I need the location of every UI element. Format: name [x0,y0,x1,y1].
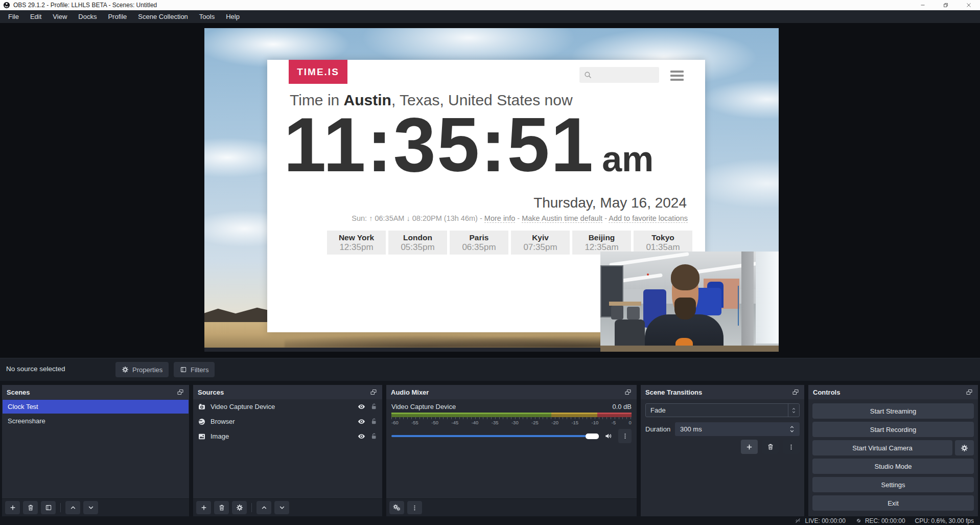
eye-icon [357,432,366,440]
scene-item-clock-test[interactable]: Clock Test [3,400,189,414]
cpu-fps-stats: CPU: 0.6%, 30.00 fps [915,517,974,524]
combo-arrows-icon [788,404,799,417]
source-row-image[interactable]: Image [193,429,382,444]
webcam-table [609,302,641,306]
audio-channel-name: Video Capture Device [391,403,456,410]
audio-mixer-header[interactable]: Audio Mixer [386,385,637,399]
mute-toggle[interactable] [604,432,613,440]
menu-view[interactable]: View [47,13,73,20]
timeis-logo: TIME.IS [289,60,347,84]
lock-toggle[interactable] [370,403,378,410]
move-scene-down-button[interactable] [83,501,98,514]
minimize-button[interactable] [911,0,934,10]
source-row-browser[interactable]: Browser [193,414,382,429]
live-time: LIVE: 00:00:00 [805,517,845,524]
webcam-desk-edge [600,346,779,352]
source-toolbar: No source selected Properties Filters [0,358,980,381]
scenes-toolbar [2,498,189,516]
close-icon [966,2,972,8]
menu-tools[interactable]: Tools [194,13,220,20]
sources-panel-header[interactable]: Sources [193,385,382,399]
source-row-video-capture[interactable]: Video Capture Device [193,399,382,414]
move-source-up-button[interactable] [256,501,271,514]
move-scene-up-button[interactable] [65,501,80,514]
timeis-search-box [579,67,659,83]
exit-button[interactable]: Exit [812,495,974,511]
filter-icon [45,504,52,511]
add-favorite-link: Add to favorite locations [609,214,688,223]
start-streaming-button[interactable]: Start Streaming [812,403,974,419]
menu-docks[interactable]: Docks [73,13,102,20]
dock-row: Scenes Clock Test Screenshare Sources [0,381,980,516]
gear-icon [961,444,968,452]
city-beijing: Beijing12:35am [572,231,631,255]
duration-label: Duration [645,425,675,433]
source-properties-button[interactable] [232,501,247,514]
scene-item-screenshare[interactable]: Screenshare [3,414,189,428]
filters-button[interactable]: Filters [174,362,215,377]
lock-icon [370,418,378,425]
start-virtual-camera-button[interactable]: Start Virtual Camera [812,440,952,455]
trash-icon [218,504,225,511]
chevron-down-icon [278,504,286,511]
controls-header[interactable]: Controls [808,385,978,399]
channel-options-button[interactable] [618,429,632,443]
lock-toggle[interactable] [370,432,378,440]
visibility-toggle[interactable] [357,403,366,410]
source-status-text: No source selected [6,365,65,373]
duration-spinbox[interactable]: 300 ms [675,422,800,436]
settings-button[interactable]: Settings [812,477,974,492]
studio-mode-button[interactable]: Studio Mode [812,459,974,474]
add-scene-button[interactable] [5,501,20,514]
remove-transition-button[interactable] [762,440,779,454]
preview-canvas[interactable]: TIME.IS Time in Austin, Texas, United St… [204,28,779,352]
scenes-panel-header[interactable]: Scenes [2,385,189,399]
camera-icon [198,403,206,411]
transition-options-button[interactable] [783,440,800,454]
lock-toggle[interactable] [370,418,378,425]
scene-transitions-header[interactable]: Scene Transitions [641,385,804,399]
menu-scene-collection[interactable]: Scene Collection [132,13,194,20]
audio-level-db: 0.0 dB [612,403,632,410]
toolbar-separator [60,503,61,512]
search-icon [584,71,592,79]
add-source-button[interactable] [196,501,211,514]
restore-button[interactable] [934,0,957,10]
spinbox-arrows[interactable] [789,425,795,433]
webcam-pillar [741,252,754,348]
virtual-camera-settings-button[interactable] [955,440,974,455]
advanced-audio-button[interactable] [389,501,404,514]
webcam-exit-light [647,273,649,276]
city-tokyo: Tokyo01:35am [634,231,692,255]
menu-edit[interactable]: Edit [25,13,47,20]
webcam-tripod [738,286,739,326]
menu-profile[interactable]: Profile [102,13,132,20]
more-info-link: More info [484,214,515,223]
timeis-sun-line: Sun: ↑ 06:35AM ↓ 08:20PM (13h 46m) - Mor… [352,214,688,222]
timeis-date: Thursday, May 16, 2024 [533,195,687,211]
menu-file[interactable]: File [3,13,25,20]
visibility-toggle[interactable] [357,418,366,425]
properties-button[interactable]: Properties [115,362,169,377]
hamburger-icon [670,71,684,81]
close-button[interactable] [957,0,980,10]
start-recording-button[interactable]: Start Recording [812,422,974,437]
dock-icon [791,389,800,396]
scene-filters-button[interactable] [41,501,56,514]
move-source-down-button[interactable] [274,501,289,514]
add-transition-button[interactable] [741,440,758,454]
visibility-toggle[interactable] [357,432,366,440]
mixer-options-button[interactable] [407,501,422,514]
webcam-overlay[interactable] [600,252,779,352]
menu-help[interactable]: Help [220,13,245,20]
remove-source-button[interactable] [214,501,229,514]
titlebar[interactable]: OBS 29.1.2 - Profile: LLHLS BETA - Scene… [0,0,980,10]
volume-slider[interactable] [391,433,599,439]
volume-slider-handle[interactable] [586,433,599,439]
dock-icon [369,389,378,396]
trash-icon [27,504,34,511]
remove-scene-button[interactable] [23,501,38,514]
transition-select[interactable]: Fade [645,403,800,417]
kebab-icon [622,432,628,440]
meter-tick-labels: -60-55-50-45-40-35-30-25-20-15-10-50 [391,420,632,425]
